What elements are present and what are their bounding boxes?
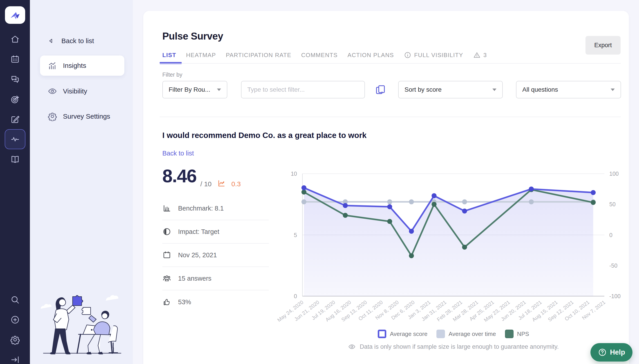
book-icon[interactable]	[5, 149, 26, 169]
app-logo[interactable]	[5, 6, 25, 24]
svg-text:Nov 7, 2021: Nov 7, 2021	[581, 299, 606, 321]
filter-round-value: Filter By Rou...	[169, 86, 210, 93]
target-icon[interactable]	[5, 89, 26, 109]
sidebar-item-insights[interactable]: Insights	[40, 56, 124, 76]
detail-text: Nov 25, 2021	[178, 252, 217, 259]
calendar-icon[interactable]	[5, 49, 26, 69]
nav-rail	[0, 0, 30, 364]
pulse-survey-page: { "colors": { "accent_purple": "#5a5be0"…	[0, 0, 639, 364]
sidebar-item-visibility[interactable]: Visibility	[40, 81, 124, 101]
tab-comments[interactable]: COMMENTS	[301, 52, 338, 59]
svg-text:100: 100	[609, 170, 619, 177]
question-details-list: Benchmark: 8.1Impact: TargetNov 25, 2021…	[162, 197, 269, 314]
survey-sidebar: Back to list Insights Visibility Survey …	[30, 0, 133, 364]
svg-text:-100: -100	[609, 293, 620, 299]
legend-swatch	[505, 330, 513, 338]
sort-value: Sort by score	[404, 86, 442, 93]
detail-row: 53%	[162, 290, 269, 314]
detail-row: Benchmark: 8.1	[162, 197, 269, 220]
sort-dropdown[interactable]: Sort by score	[398, 81, 503, 98]
tab-label: PARTICIPATION RATE	[226, 52, 291, 59]
detail-row: Nov 25, 2021	[162, 244, 269, 267]
calendar-icon	[162, 250, 171, 260]
svg-text:May 23, 2021: May 23, 2021	[483, 299, 511, 323]
legend-label: Average over time	[449, 330, 496, 338]
warning-icon	[473, 51, 481, 59]
svg-text:Jan 31, 2021: Jan 31, 2021	[420, 299, 447, 322]
back-to-list-link[interactable]: Back to list	[162, 150, 194, 157]
anonymity-note: Data is only shown if sample size is lar…	[302, 343, 604, 350]
tab-label: COMMENTS	[301, 52, 338, 59]
svg-text:May 24, 2020: May 24, 2020	[276, 299, 304, 323]
sidebar-item-label: Survey Settings	[63, 112, 110, 120]
svg-text:Nov 8, 2020: Nov 8, 2020	[374, 299, 400, 321]
svg-text:5: 5	[294, 232, 297, 238]
conversations-icon[interactable]	[5, 69, 26, 89]
gear-icon[interactable]	[5, 330, 26, 350]
filter-search-input[interactable]	[241, 81, 365, 98]
help-button[interactable]: Help	[590, 343, 632, 362]
sidebar-item-label: Insights	[63, 62, 86, 70]
question-mark-icon	[598, 348, 607, 357]
copy-icon[interactable]	[375, 84, 387, 96]
svg-text:-50: -50	[609, 262, 617, 269]
divider	[160, 116, 621, 117]
impact-icon	[162, 227, 171, 236]
detail-row: Impact: Target	[162, 220, 269, 244]
anonymity-note-text: Data is only shown if sample size is lar…	[360, 343, 559, 350]
legend-item: Average score	[378, 330, 427, 338]
score-denominator: / 10	[200, 180, 212, 188]
questions-value: All questions	[522, 86, 558, 93]
thumbs-up-icon	[162, 298, 171, 306]
benchmark-icon	[162, 204, 171, 213]
logout-icon[interactable]	[5, 350, 26, 364]
tab-participation-rate[interactable]: PARTICIPATION RATE	[226, 52, 291, 59]
gear-icon	[48, 112, 57, 121]
filter-by-label: Filter by	[162, 72, 182, 78]
svg-text:Sep 13, 2020: Sep 13, 2020	[340, 299, 368, 323]
svg-text:0: 0	[609, 232, 612, 238]
pulse-icon[interactable]	[5, 129, 26, 149]
tab-label: FULL VISIBILITY	[414, 52, 463, 59]
chevron-down-icon	[611, 88, 615, 91]
svg-text:10: 10	[291, 170, 297, 177]
chart-legend: Average scoreAverage over timeNPS	[302, 327, 604, 341]
tab-heatmap[interactable]: HEATMAP	[186, 52, 216, 59]
info-icon	[404, 51, 411, 59]
chevron-down-icon	[492, 88, 496, 91]
search-icon[interactable]	[5, 290, 26, 310]
questions-dropdown[interactable]: All questions	[516, 81, 621, 98]
svg-text:Oct 11, 2020: Oct 11, 2020	[357, 299, 384, 322]
page-title: Pulse Survey	[162, 30, 223, 42]
tab-action-plans[interactable]: ACTION PLANS	[348, 52, 394, 59]
svg-text:Jan 3, 2021: Jan 3, 2021	[407, 299, 432, 320]
svg-text:50: 50	[609, 201, 616, 208]
tab-label: ACTION PLANS	[348, 52, 394, 59]
tab-3[interactable]: 3	[473, 51, 487, 59]
compose-icon[interactable]	[5, 109, 26, 129]
detail-text: 53%	[178, 298, 191, 306]
export-button[interactable]: Export	[585, 36, 620, 54]
svg-text:Jun 21, 2020: Jun 21, 2020	[293, 299, 320, 322]
filter-round-dropdown[interactable]: Filter By Rou...	[162, 81, 227, 98]
back-to-list-button[interactable]: Back to list	[48, 34, 94, 48]
rail-footer	[5, 290, 26, 364]
sidebar-item-survey-settings[interactable]: Survey Settings	[40, 106, 124, 126]
trend-down-icon	[217, 179, 226, 188]
tab-list[interactable]: LIST	[162, 52, 176, 59]
people-icon	[162, 274, 171, 283]
legend-swatch	[436, 330, 445, 338]
detail-text: Benchmark: 8.1	[178, 205, 224, 212]
eye-icon	[348, 343, 356, 350]
svg-text:0: 0	[294, 293, 297, 299]
tab-full-visibility[interactable]: FULL VISIBILITY	[404, 51, 463, 59]
legend-swatch	[378, 330, 386, 338]
svg-text:Jul 18, 2021: Jul 18, 2021	[517, 299, 543, 321]
sidebar-item-label: Visibility	[63, 88, 87, 95]
home-icon[interactable]	[5, 29, 26, 49]
svg-text:Oct 10, 2021: Oct 10, 2021	[564, 299, 591, 322]
svg-text:Dec 6, 2020: Dec 6, 2020	[390, 299, 416, 321]
plus-circle-icon[interactable]	[5, 310, 26, 330]
svg-text:Mar 28, 2021: Mar 28, 2021	[452, 299, 479, 322]
chevron-down-icon	[217, 88, 221, 91]
